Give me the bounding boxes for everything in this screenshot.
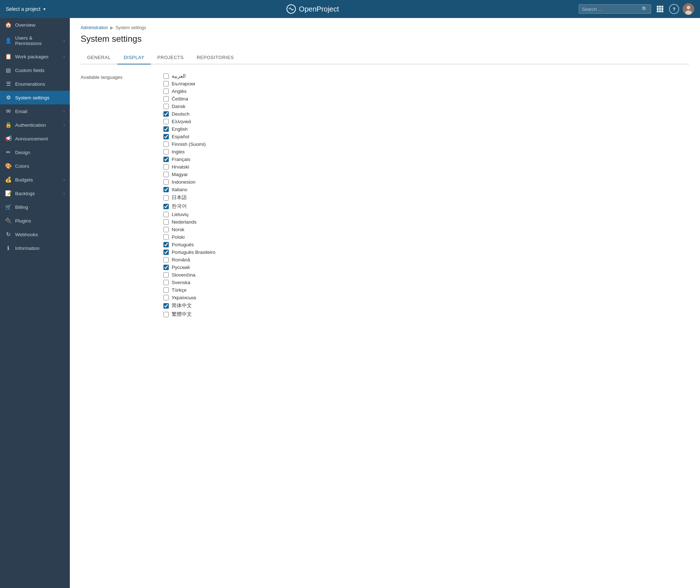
language-checkbox-id[interactable]: [163, 179, 169, 185]
project-selector[interactable]: Select a project ▼: [6, 6, 46, 12]
sidebar-item-work-packages[interactable]: 📋 Work packages ›: [0, 50, 70, 63]
language-checkbox-lt[interactable]: [163, 212, 169, 217]
language-checkbox-cs[interactable]: [163, 96, 169, 102]
language-label-nl[interactable]: Nederlands: [172, 219, 197, 225]
language-label-bg[interactable]: Български: [172, 81, 195, 86]
language-label-sv[interactable]: Svenska: [172, 280, 190, 285]
tab-repositories[interactable]: REPOSITORIES: [190, 51, 240, 64]
help-button[interactable]: ?: [669, 4, 679, 14]
sidebar-item-information[interactable]: ℹ Information: [0, 241, 70, 255]
chevron-down-icon: ▼: [43, 7, 46, 11]
language-checkbox-fi[interactable]: [163, 142, 169, 147]
sidebar-item-announcement[interactable]: 📢 Announcement: [0, 132, 70, 145]
tab-general[interactable]: GENERAL: [81, 51, 117, 64]
language-label-es[interactable]: Español: [172, 134, 189, 139]
email-icon: ✉: [5, 108, 12, 115]
language-label-it[interactable]: Italiano: [172, 187, 188, 192]
language-label-fr[interactable]: Français: [172, 157, 190, 162]
language-label-no[interactable]: Norsk: [172, 227, 184, 232]
language-label-hu[interactable]: Magyar: [172, 172, 188, 177]
language-checkbox-ja[interactable]: [163, 195, 169, 201]
breadcrumb-admin[interactable]: Administration: [81, 25, 108, 30]
language-label-fi[interactable]: Finnish (Suomi): [172, 142, 206, 147]
sidebar-label-plugins: Plugins: [15, 218, 65, 224]
language-label-de[interactable]: Deutsch: [172, 111, 190, 117]
language-label-pt[interactable]: Português: [172, 242, 194, 247]
language-checkbox-en[interactable]: [163, 126, 169, 132]
language-label-uk[interactable]: Українська: [172, 295, 196, 300]
language-checkbox-uk[interactable]: [163, 295, 169, 300]
sidebar-item-email[interactable]: ✉ Email ›: [0, 104, 70, 118]
language-checkbox-el[interactable]: [163, 119, 169, 124]
tab-projects[interactable]: PROJECTS: [151, 51, 190, 64]
language-label-zh-tw[interactable]: 繁體中文: [172, 311, 192, 318]
language-checkbox-es[interactable]: [163, 134, 169, 139]
tab-display[interactable]: DISPLAY: [117, 51, 151, 64]
language-label-ru[interactable]: Русский: [172, 265, 190, 270]
language-checkbox-da[interactable]: [163, 104, 169, 109]
language-item: English: [163, 126, 689, 132]
language-checkbox-pt[interactable]: [163, 242, 169, 247]
language-checkbox-fr[interactable]: [163, 157, 169, 162]
language-label-ar[interactable]: العربية: [172, 73, 186, 79]
search-input[interactable]: [582, 6, 640, 12]
sidebar-item-webhooks[interactable]: ↻ Webhooks: [0, 228, 70, 241]
language-label-da[interactable]: Dansk: [172, 104, 185, 109]
avatar[interactable]: [683, 3, 694, 15]
language-checkbox-it[interactable]: [163, 187, 169, 192]
language-checkbox-ingles[interactable]: [163, 149, 169, 154]
language-label-el[interactable]: Ελληνικά: [172, 119, 191, 124]
language-checkbox-de[interactable]: [163, 111, 169, 117]
sidebar-item-custom-fields[interactable]: ▤ Custom fields: [0, 63, 70, 77]
language-checkbox-no[interactable]: [163, 227, 169, 232]
language-label-lt[interactable]: Lietuvių: [172, 212, 189, 217]
sidebar-item-design[interactable]: ✏ Design: [0, 145, 70, 159]
language-checkbox-angles[interactable]: [163, 89, 169, 94]
search-box[interactable]: 🔍: [579, 4, 651, 14]
svg-rect-2: [659, 6, 661, 8]
sidebar-item-overview[interactable]: 🏠 Overview: [0, 18, 70, 32]
language-checkbox-pl[interactable]: [163, 234, 169, 240]
language-label-angles[interactable]: Anglès: [172, 89, 186, 94]
language-label-sk[interactable]: Slovenčina: [172, 272, 195, 278]
language-checkbox-sv[interactable]: [163, 280, 169, 285]
language-checkbox-pt-br[interactable]: [163, 250, 169, 255]
language-label-pt-br[interactable]: Português Brasileiro: [172, 250, 216, 255]
search-icon[interactable]: 🔍: [642, 6, 648, 12]
language-checkbox-ru[interactable]: [163, 265, 169, 270]
sidebar-item-system-settings[interactable]: ⚙ System settings: [0, 91, 70, 104]
sidebar-item-backlogs[interactable]: 📝 Backlogs ›: [0, 187, 70, 200]
language-label-ro[interactable]: Română: [172, 257, 190, 262]
language-checkbox-ko[interactable]: [163, 204, 169, 209]
language-checkbox-ar[interactable]: [163, 73, 169, 79]
language-checkbox-bg[interactable]: [163, 81, 169, 86]
language-label-ja[interactable]: 日本語: [172, 194, 187, 201]
language-checkbox-hu[interactable]: [163, 172, 169, 177]
language-label-ingles[interactable]: Ingles: [172, 149, 185, 154]
language-checkbox-ro[interactable]: [163, 257, 169, 262]
language-label-id[interactable]: Indonesion: [172, 179, 195, 185]
language-label-hr[interactable]: Hrvatski: [172, 164, 189, 170]
language-checkbox-zh-tw[interactable]: [163, 312, 169, 317]
sidebar-item-plugins[interactable]: 🔌 Plugins: [0, 214, 70, 228]
sidebar-item-authentication[interactable]: 🔒 Authentication ›: [0, 118, 70, 132]
language-checkbox-tr[interactable]: [163, 287, 169, 293]
sidebar-item-users-permissions[interactable]: 👤 Users & Permissions ›: [0, 32, 70, 50]
sidebar-item-budgets[interactable]: 💰 Budgets ›: [0, 173, 70, 187]
language-label-tr[interactable]: Türkçe: [172, 287, 186, 293]
language-label-en[interactable]: English: [172, 126, 188, 132]
language-checkbox-hr[interactable]: [163, 164, 169, 170]
language-label-ko[interactable]: 한국어: [172, 203, 187, 210]
sidebar-item-colors[interactable]: 🎨 Colors: [0, 159, 70, 173]
svg-rect-3: [661, 6, 663, 8]
language-checkbox-zh-cn[interactable]: [163, 303, 169, 309]
sidebar-item-billing[interactable]: 🛒 Billing: [0, 200, 70, 214]
language-checkbox-nl[interactable]: [163, 219, 169, 225]
sidebar: 🏠 Overview 👤 Users & Permissions › 📋 Wor…: [0, 18, 70, 588]
language-label-pl[interactable]: Polski: [172, 234, 185, 240]
grid-menu-button[interactable]: [655, 4, 665, 14]
sidebar-item-enumerations[interactable]: ☰ Enumerations: [0, 77, 70, 91]
language-label-zh-cn[interactable]: 简体中文: [172, 302, 192, 309]
language-label-cs[interactable]: Čeština: [172, 96, 188, 102]
language-checkbox-sk[interactable]: [163, 272, 169, 278]
